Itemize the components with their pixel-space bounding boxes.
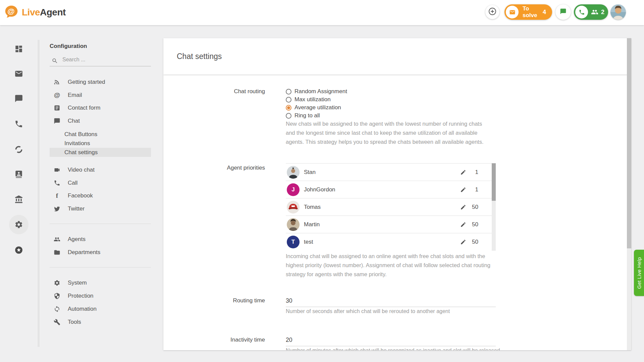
routing-time-label: Routing time [163, 297, 265, 304]
videocam-icon [54, 167, 60, 173]
radio-label: Ring to all [294, 112, 320, 119]
sidebar-item-tools[interactable]: Tools [50, 317, 151, 326]
sidebar-item-agents[interactable]: Agents [50, 235, 151, 244]
plus-circle-icon [488, 7, 497, 17]
facebook-icon: f [54, 192, 60, 199]
agent-name: JohnGordon [304, 186, 335, 193]
sidebar-item-email[interactable]: @ Email [50, 90, 151, 100]
to-solve-count: 4 [543, 9, 546, 16]
sidebar-item-twitter[interactable]: Twitter [50, 204, 151, 213]
sidebar-item-contact-form[interactable]: Contact form [50, 103, 151, 112]
agent-name: Stan [304, 169, 316, 176]
edit-priority-icon[interactable] [460, 204, 466, 210]
edit-priority-icon[interactable] [460, 239, 466, 245]
radio-icon [286, 89, 291, 95]
sidebar-item-label: Getting started [68, 79, 105, 85]
radio-label: Max utilization [294, 96, 331, 103]
settings-gear-icon[interactable] [14, 220, 23, 229]
agent-row: J JohnGordon 1 [286, 181, 492, 198]
dashboard-icon[interactable] [14, 45, 23, 53]
panel-scrollbar-thumb[interactable] [627, 38, 631, 248]
twitter-icon [54, 205, 60, 212]
edit-priority-icon[interactable] [460, 187, 466, 193]
routing-time-input[interactable] [286, 297, 496, 304]
sidebar-item-automation[interactable]: Automation [50, 304, 151, 313]
radio-max-utilization[interactable]: Max utilization [286, 96, 331, 104]
inactivity-time-input[interactable] [286, 337, 496, 344]
edit-priority-icon[interactable] [460, 169, 466, 175]
agent-name: Martin [304, 221, 320, 228]
avatar-stan [287, 166, 300, 179]
sidebar-item-departments[interactable]: Departments [50, 248, 151, 257]
liveagent-logo[interactable]: @ LiveAgent [4, 4, 66, 20]
loop-icon[interactable] [14, 145, 23, 154]
sidebar-item-getting-started[interactable]: Getting started [50, 77, 151, 86]
sidebar-item-protection[interactable]: Protection [50, 291, 151, 300]
agent-list-scrollbar-thumb[interactable] [492, 163, 496, 201]
avatar-tomas [287, 201, 300, 214]
sidebar-item-label: Twitter [68, 205, 85, 212]
chat-routing-description: New chats will be assigned to the agent … [286, 119, 491, 146]
radio-ring-to-all[interactable]: Ring to all [286, 112, 320, 120]
avatar-martin [287, 218, 300, 231]
search-icon [52, 58, 58, 64]
contacts-icon[interactable] [14, 170, 23, 178]
to-solve-button[interactable]: To solve 4 [504, 4, 552, 20]
avatar-johngordon: J [287, 183, 300, 196]
logo-bubble-icon: @ [4, 4, 19, 20]
agent-name: test [304, 239, 313, 245]
sidebar-item-invitations[interactable]: Invitations [50, 139, 151, 148]
agent-row: Tomas 50 [286, 198, 492, 216]
inactivity-time-label: Inactivity time [163, 337, 265, 343]
sidebar-item-label: Contact form [68, 105, 100, 111]
sidebar-item-video-chat[interactable]: Video chat [50, 165, 151, 174]
sidebar-item-chat[interactable]: Chat [50, 116, 151, 125]
logo-text: LiveAgent [22, 7, 66, 18]
sidebar-item-label: Chat [68, 118, 80, 124]
rss-icon [54, 79, 60, 85]
sidebar-item-label: Facebook [68, 192, 93, 199]
sidebar-item-chat-buttons[interactable]: Chat Buttons [50, 130, 151, 139]
search-underline [50, 66, 151, 66]
sidebar-divider [38, 40, 39, 347]
sidebar-item-label: Video chat [68, 167, 95, 173]
calls-button[interactable]: 2 [574, 4, 608, 20]
radio-random-assignment[interactable]: Random Assignment [286, 87, 347, 96]
chat-icon [54, 118, 60, 124]
get-live-help-tab[interactable]: Get Live Help [634, 250, 644, 296]
sidebar-item-call[interactable]: Call [50, 178, 151, 187]
chats-rail-icon[interactable] [14, 94, 23, 103]
sidebar-item-facebook[interactable]: f Facebook [50, 191, 151, 200]
calls-count: 2 [601, 9, 604, 16]
edit-priority-icon[interactable] [460, 222, 466, 228]
to-solve-label: To solve [523, 5, 538, 19]
search-input[interactable] [62, 57, 146, 63]
agents-online-icon [591, 8, 598, 16]
radio-icon [286, 97, 291, 103]
routing-time-underline [286, 307, 496, 307]
avatar-test: T [287, 236, 300, 248]
user-avatar[interactable] [610, 4, 626, 20]
agent-name: Tomas [304, 204, 321, 210]
top-bar: @ LiveAgent To solve 4 2 [0, 0, 644, 25]
sidebar-item-chat-settings[interactable]: Chat settings [50, 148, 151, 157]
sidebar-item-system[interactable]: System [50, 278, 151, 287]
chats-button[interactable] [555, 4, 571, 20]
radio-average-utilization[interactable]: Average utilization [286, 104, 341, 112]
star-badge-icon[interactable] [14, 246, 23, 254]
tickets-mail-icon[interactable] [14, 69, 23, 78]
panel-scrollbar[interactable] [627, 38, 631, 350]
sidebar-item-label: Automation [68, 306, 97, 312]
add-button[interactable] [485, 5, 499, 19]
radio-selected-icon [286, 105, 291, 111]
agent-list-scrollbar[interactable] [492, 163, 496, 251]
page-title: Chat settings [177, 52, 222, 61]
radio-label: Average utilization [294, 104, 341, 111]
sidebar-subitem-label: Invitations [64, 140, 90, 147]
agent-priority-value: 1 [475, 169, 478, 176]
calls-rail-icon[interactable] [14, 120, 23, 128]
call-icon [54, 180, 60, 186]
agents-icon [54, 236, 60, 243]
billing-bank-icon[interactable] [14, 195, 23, 204]
mail-icon [506, 6, 519, 18]
